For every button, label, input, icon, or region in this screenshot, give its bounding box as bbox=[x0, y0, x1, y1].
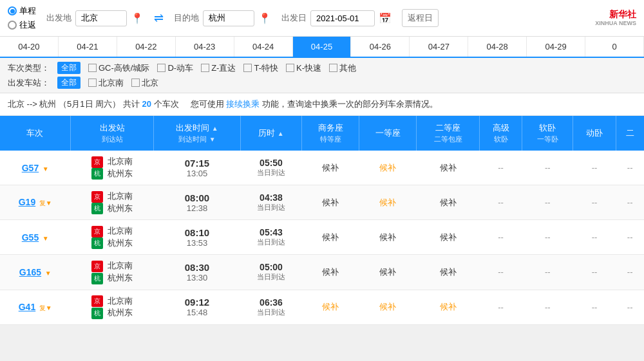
train-number[interactable]: G41 bbox=[19, 302, 35, 312]
depart-time: 07:15 bbox=[158, 158, 236, 169]
tab-0429[interactable]: 04-29 bbox=[527, 37, 585, 57]
train-num-cell: G57 ▼ bbox=[0, 151, 70, 185]
date-tabs: 04-20 04-21 04-22 04-23 04-24 04-25 04-2… bbox=[0, 37, 644, 58]
from-location-icon[interactable]: 📍 bbox=[131, 12, 144, 24]
station-bjn-checkbox[interactable]: 北京南 bbox=[88, 77, 124, 89]
tab-0425[interactable]: 04-25 bbox=[293, 37, 352, 57]
depart-time: 08:00 bbox=[158, 192, 236, 203]
arrive-time: 12:38 bbox=[158, 203, 236, 213]
business-seat[interactable]: 候补 bbox=[322, 163, 339, 172]
from-station-icon: 京 bbox=[91, 191, 103, 203]
calendar-icon[interactable]: 📅 bbox=[379, 12, 392, 24]
first-seat[interactable]: 候补 bbox=[379, 198, 396, 207]
from-station-name: 北京南 bbox=[108, 261, 133, 270]
to-station-name: 杭州东 bbox=[108, 203, 133, 213]
business-seat[interactable]: 候补 bbox=[322, 302, 339, 311]
tab-0426[interactable]: 04-26 bbox=[351, 37, 410, 57]
to-station-icon: 杭 bbox=[91, 168, 103, 180]
train-number[interactable]: G57 bbox=[22, 163, 39, 173]
train-tag[interactable]: ▼ bbox=[45, 270, 52, 277]
type-other-checkbox[interactable]: 其他 bbox=[329, 62, 356, 74]
business-seat[interactable]: 候补 bbox=[322, 232, 339, 242]
single-trip-radio[interactable]: 单程 bbox=[8, 5, 36, 17]
table-row: G57 ▼ 京 北京南 杭 杭州东 07:15 13:05 05:50 当日到达… bbox=[0, 151, 644, 185]
transfer-link[interactable]: 接续换乘 bbox=[226, 99, 260, 109]
first-seat[interactable]: 候补 bbox=[379, 267, 396, 277]
duration-value: 05:43 bbox=[244, 227, 298, 237]
th-last: 二 bbox=[616, 116, 644, 151]
train-tag[interactable]: ▼ bbox=[43, 235, 49, 242]
from-station-icon: 京 bbox=[91, 295, 103, 307]
th-duration[interactable]: 历时 ▲ bbox=[240, 116, 302, 151]
type-t-checkbox[interactable]: T-特快 bbox=[243, 62, 278, 74]
tab-next[interactable]: 0 bbox=[585, 37, 644, 57]
duration-value: 04:38 bbox=[244, 192, 298, 203]
swap-icon[interactable]: ⇌ bbox=[154, 11, 164, 25]
train-tag[interactable]: ▼ bbox=[43, 165, 49, 172]
type-z-checkbox[interactable]: Z-直达 bbox=[201, 62, 236, 74]
first-cell: 候补 bbox=[359, 220, 417, 255]
to-station-name: 杭州东 bbox=[108, 273, 133, 282]
to-station-name: 杭州东 bbox=[108, 308, 133, 317]
round-trip-radio[interactable]: 往返 bbox=[8, 19, 36, 31]
to-location-icon[interactable]: 📍 bbox=[258, 12, 271, 24]
station-bj-checkbox[interactable]: 北京 bbox=[131, 77, 158, 89]
second-seat[interactable]: 候补 bbox=[440, 302, 457, 311]
tab-0428[interactable]: 04-28 bbox=[468, 37, 527, 57]
second-cell: 候补 bbox=[417, 255, 479, 290]
to-station: 杭 杭州东 bbox=[74, 272, 149, 284]
train-number[interactable]: G165 bbox=[19, 267, 41, 277]
second-cell: 候补 bbox=[417, 290, 479, 324]
first-seat[interactable]: 候补 bbox=[379, 163, 396, 172]
second-seat[interactable]: 候补 bbox=[440, 232, 457, 242]
tab-0423[interactable]: 04-23 bbox=[176, 37, 234, 57]
tab-0421[interactable]: 04-21 bbox=[59, 37, 117, 57]
return-date-button[interactable]: 返程日 bbox=[402, 9, 439, 27]
soft-sleeper-cell: -- bbox=[522, 151, 573, 185]
duration-cell: 06:36 当日到达 bbox=[240, 290, 302, 324]
tab-0420[interactable]: 04-20 bbox=[0, 37, 59, 57]
th-time[interactable]: 出发时间 ▲ 到达时间 ▼ bbox=[154, 116, 240, 151]
adv-soft-value: -- bbox=[498, 198, 504, 207]
last-value: -- bbox=[627, 302, 633, 312]
logo-cn: 新华社 bbox=[595, 9, 636, 20]
station-all-tag[interactable]: 全部 bbox=[57, 77, 80, 89]
from-station-name: 北京南 bbox=[108, 191, 133, 201]
second-seat[interactable]: 候补 bbox=[440, 267, 457, 277]
tab-0427[interactable]: 04-27 bbox=[410, 37, 468, 57]
station-cell: 京 北京南 杭 杭州东 bbox=[70, 255, 153, 290]
train-tag[interactable]: 复▼ bbox=[39, 304, 52, 311]
business-seat[interactable]: 候补 bbox=[322, 267, 339, 277]
dongwo-value: -- bbox=[592, 302, 598, 312]
first-seat[interactable]: 候补 bbox=[379, 302, 396, 311]
type-d-checkbox[interactable]: D-动车 bbox=[157, 62, 193, 74]
type-k-checkbox[interactable]: K-快速 bbox=[286, 62, 321, 74]
train-number[interactable]: G19 bbox=[19, 197, 35, 207]
station-filter-row: 出发车站： 全部 北京南 北京 bbox=[8, 77, 636, 89]
first-cell: 候补 bbox=[359, 151, 417, 185]
first-cell: 候补 bbox=[359, 290, 417, 324]
date-input[interactable] bbox=[310, 10, 375, 26]
last-cell: -- bbox=[616, 255, 644, 290]
train-number[interactable]: G55 bbox=[22, 232, 39, 243]
tab-0422[interactable]: 04-22 bbox=[117, 37, 176, 57]
station-cell: 京 北京南 杭 杭州东 bbox=[70, 290, 153, 324]
to-input[interactable] bbox=[203, 10, 254, 26]
business-seat[interactable]: 候补 bbox=[322, 198, 339, 207]
tab-0424[interactable]: 04-24 bbox=[234, 37, 293, 57]
second-seat[interactable]: 候补 bbox=[440, 163, 457, 172]
table-row: G41 复▼ 京 北京南 杭 杭州东 09:12 15:48 06:36 当日到… bbox=[0, 290, 644, 324]
train-num-cell: G41 复▼ bbox=[0, 290, 70, 324]
type-gc-checkbox[interactable]: GC-高铁/城际 bbox=[88, 62, 149, 74]
from-input[interactable] bbox=[75, 10, 127, 26]
train-count: 20 bbox=[142, 99, 151, 109]
from-station-name: 北京南 bbox=[108, 156, 133, 166]
dongwo-cell: -- bbox=[573, 255, 616, 290]
train-tag[interactable]: 复▼ bbox=[39, 199, 52, 207]
first-seat[interactable]: 候补 bbox=[379, 232, 396, 242]
second-seat[interactable]: 候补 bbox=[440, 198, 457, 207]
type-all-tag[interactable]: 全部 bbox=[57, 62, 80, 74]
th-second: 二等座 二等包座 bbox=[417, 116, 479, 151]
to-station-icon: 杭 bbox=[91, 237, 103, 249]
th-station: 出发站 到达站 bbox=[70, 116, 153, 151]
